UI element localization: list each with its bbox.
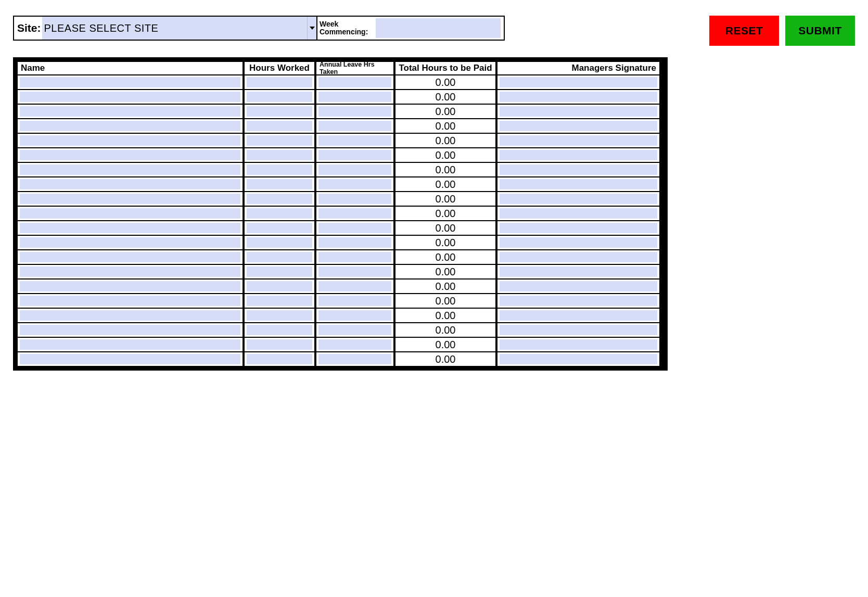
hours-worked-input[interactable]	[244, 322, 315, 338]
name-input[interactable]	[17, 278, 244, 294]
name-input[interactable]	[17, 293, 244, 309]
hours-worked-input[interactable]	[244, 133, 315, 148]
signature-input[interactable]	[496, 264, 660, 280]
name-input[interactable]	[17, 351, 244, 367]
site-label: Site:	[14, 22, 42, 34]
annual-leave-input[interactable]	[315, 206, 394, 221]
annual-leave-input[interactable]	[315, 104, 394, 119]
hours-worked-input[interactable]	[244, 89, 315, 105]
name-input[interactable]	[17, 322, 244, 338]
signature-input[interactable]	[496, 322, 660, 338]
name-input[interactable]	[17, 162, 244, 177]
signature-input[interactable]	[496, 89, 660, 105]
signature-input[interactable]	[496, 351, 660, 367]
name-input[interactable]	[17, 264, 244, 280]
annual-leave-input[interactable]	[315, 293, 394, 309]
hours-worked-input[interactable]	[244, 235, 315, 250]
name-input[interactable]	[17, 176, 244, 192]
reset-button[interactable]: RESET	[709, 16, 779, 46]
signature-input[interactable]	[496, 293, 660, 309]
col-header-annual-leave: Annual Leave Hrs Taken	[315, 61, 394, 75]
name-input[interactable]	[17, 147, 244, 163]
hours-worked-input[interactable]	[244, 337, 315, 352]
signature-input[interactable]	[496, 191, 660, 207]
signature-input[interactable]	[496, 235, 660, 250]
signature-input[interactable]	[496, 176, 660, 192]
annual-leave-input[interactable]	[315, 147, 394, 163]
annual-leave-input[interactable]	[315, 322, 394, 338]
total-hours-text: 0.00	[398, 266, 493, 278]
total-hours-value: 0.00	[394, 162, 496, 177]
signature-input[interactable]	[496, 133, 660, 148]
annual-leave-input[interactable]	[315, 308, 394, 323]
annual-leave-input[interactable]	[315, 191, 394, 207]
name-input[interactable]	[17, 206, 244, 221]
col-header-hours: Hours Worked	[244, 61, 315, 75]
hours-worked-input[interactable]	[244, 220, 315, 236]
annual-leave-input[interactable]	[315, 249, 394, 265]
signature-input[interactable]	[496, 337, 660, 352]
annual-leave-input[interactable]	[315, 162, 394, 177]
total-hours-text: 0.00	[398, 281, 493, 293]
submit-button[interactable]: SUBMIT	[785, 16, 855, 46]
hours-worked-input[interactable]	[244, 249, 315, 265]
name-input[interactable]	[17, 220, 244, 236]
hours-worked-input[interactable]	[244, 293, 315, 309]
name-input[interactable]	[17, 118, 244, 134]
signature-input[interactable]	[496, 162, 660, 177]
total-hours-value: 0.00	[394, 235, 496, 250]
name-input[interactable]	[17, 89, 244, 105]
name-input[interactable]	[17, 308, 244, 323]
signature-input[interactable]	[496, 278, 660, 294]
name-input[interactable]	[17, 191, 244, 207]
name-input[interactable]	[17, 235, 244, 250]
name-input[interactable]	[17, 337, 244, 352]
signature-input[interactable]	[496, 118, 660, 134]
name-input[interactable]	[17, 74, 244, 90]
signature-input[interactable]	[496, 249, 660, 265]
signature-input[interactable]	[496, 308, 660, 323]
name-input[interactable]	[17, 133, 244, 148]
annual-leave-input[interactable]	[315, 133, 394, 148]
annual-leave-input[interactable]	[315, 235, 394, 250]
site-select[interactable]: PLEASE SELECT SITE	[42, 17, 316, 40]
hours-worked-input[interactable]	[244, 206, 315, 221]
annual-leave-input[interactable]	[315, 220, 394, 236]
week-field-box: Week Commencing:	[317, 16, 505, 41]
annual-leave-input[interactable]	[315, 264, 394, 280]
signature-input[interactable]	[496, 206, 660, 221]
annual-leave-input[interactable]	[315, 89, 394, 105]
total-hours-value: 0.00	[394, 293, 496, 309]
name-input[interactable]	[17, 104, 244, 119]
total-hours-text: 0.00	[398, 295, 493, 307]
total-hours-text: 0.00	[398, 120, 493, 132]
annual-leave-input[interactable]	[315, 176, 394, 192]
signature-input[interactable]	[496, 104, 660, 119]
signature-input[interactable]	[496, 220, 660, 236]
annual-leave-input[interactable]	[315, 118, 394, 134]
hours-worked-input[interactable]	[244, 176, 315, 192]
hours-worked-input[interactable]	[244, 118, 315, 134]
name-input[interactable]	[17, 249, 244, 265]
total-hours-text: 0.00	[398, 324, 493, 336]
form-header: Site: PLEASE SELECT SITE Week Commencing…	[13, 16, 855, 46]
signature-input[interactable]	[496, 147, 660, 163]
hours-worked-input[interactable]	[244, 308, 315, 323]
hours-worked-input[interactable]	[244, 351, 315, 367]
hours-worked-input[interactable]	[244, 104, 315, 119]
hours-worked-input[interactable]	[244, 74, 315, 90]
annual-leave-input[interactable]	[315, 351, 394, 367]
hours-worked-input[interactable]	[244, 191, 315, 207]
hours-worked-input[interactable]	[244, 147, 315, 163]
hours-worked-input[interactable]	[244, 278, 315, 294]
week-commencing-input[interactable]	[376, 18, 501, 38]
annual-leave-input[interactable]	[315, 74, 394, 90]
hours-worked-input[interactable]	[244, 162, 315, 177]
total-hours-value: 0.00	[394, 220, 496, 236]
hours-worked-input[interactable]	[244, 264, 315, 280]
annual-leave-input[interactable]	[315, 337, 394, 352]
annual-leave-input[interactable]	[315, 278, 394, 294]
signature-input[interactable]	[496, 74, 660, 90]
total-hours-text: 0.00	[398, 149, 493, 161]
col-header-name: Name	[17, 61, 244, 75]
